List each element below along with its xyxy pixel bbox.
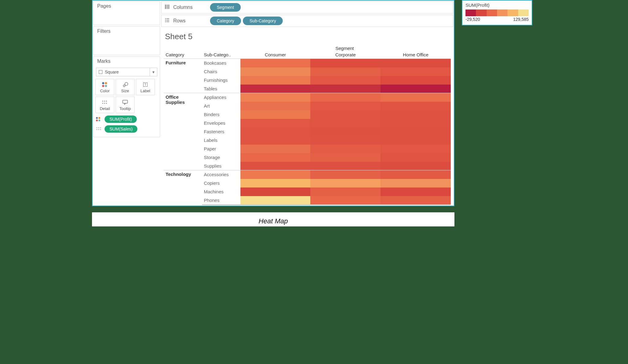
- heatmap-cell[interactable]: [381, 110, 451, 119]
- mark-type-dropdown[interactable]: Square ▾: [96, 68, 157, 76]
- heatmap-cell[interactable]: [381, 179, 451, 188]
- heatmap-cell[interactable]: [381, 93, 451, 102]
- rows-shelf[interactable]: Rows CategorySub-Category: [161, 15, 453, 27]
- heatmap-cell[interactable]: [310, 119, 381, 127]
- heatmap-cell[interactable]: [381, 67, 451, 76]
- columns-shelf[interactable]: Columns Segment: [161, 1, 453, 13]
- heatmap-cell[interactable]: [381, 196, 451, 205]
- heatmap-cell[interactable]: [310, 102, 381, 110]
- detail-button[interactable]: Detail: [95, 97, 114, 113]
- heatmap-cell[interactable]: [310, 59, 381, 67]
- color-button[interactable]: Color: [95, 79, 114, 95]
- heatmap-cell[interactable]: [381, 136, 451, 145]
- subcategory-cell: Tables: [202, 85, 240, 93]
- heatmap-cell[interactable]: [310, 145, 381, 153]
- heatmap-cell[interactable]: [240, 110, 311, 119]
- heatmap-cell[interactable]: [240, 162, 311, 170]
- mark-buttons: Color Size T Label: [94, 78, 160, 114]
- heatmap-cell[interactable]: [240, 76, 311, 85]
- subcategory-cell: Envelopes: [202, 119, 240, 127]
- mark-pill-0[interactable]: SUM(Profit): [105, 116, 137, 123]
- heatmap-cell[interactable]: [310, 110, 381, 119]
- filters-card[interactable]: Filters: [93, 26, 160, 55]
- heatmap-cell[interactable]: [240, 93, 311, 102]
- figure-caption: Heat Map: [92, 212, 454, 226]
- heatmap-cell[interactable]: [310, 76, 381, 85]
- heatmap-cell[interactable]: [240, 179, 311, 188]
- subcategory-cell: Phones: [202, 196, 240, 205]
- heatmap-cell[interactable]: [310, 196, 381, 205]
- svg-rect-8: [123, 100, 128, 103]
- legend-min: -29,520: [465, 17, 480, 22]
- worksheet-area: Columns Segment Rows CategorySub-Categor…: [161, 1, 454, 206]
- svg-rect-17: [168, 5, 169, 9]
- heatmap-cell[interactable]: [310, 67, 381, 76]
- square-icon: [99, 70, 102, 74]
- heatmap-cell[interactable]: [310, 85, 381, 93]
- pages-card[interactable]: Pages: [93, 1, 160, 25]
- heatmap-cell[interactable]: [381, 153, 451, 162]
- columns-label: Columns: [173, 5, 207, 10]
- heatmap-cell[interactable]: [240, 127, 311, 136]
- color-glyph-icon: [96, 117, 103, 121]
- detail-glyph-icon: [96, 127, 103, 131]
- heatmap-cell[interactable]: [310, 127, 381, 136]
- sheet-title: Sheet 5: [165, 32, 451, 41]
- heatmap-cell[interactable]: [310, 93, 381, 102]
- heatmap-cell[interactable]: [310, 136, 381, 145]
- heatmap-cell[interactable]: [381, 170, 451, 179]
- heatmap-cell[interactable]: [381, 119, 451, 127]
- subcategory-cell: Supplies: [202, 162, 240, 170]
- svg-point-7: [106, 103, 107, 104]
- svg-point-1: [125, 82, 128, 85]
- heatmap-cell[interactable]: [240, 102, 311, 110]
- mark-pill-row-1[interactable]: SUM(Sales): [94, 124, 160, 134]
- marks-card: Marks Square ▾ Color: [93, 56, 160, 137]
- heatmap-cell[interactable]: [381, 145, 451, 153]
- mark-pill-row-0[interactable]: SUM(Profit): [94, 114, 160, 124]
- subcategory-cell: Appliances: [202, 93, 240, 102]
- heatmap-cell[interactable]: [240, 119, 311, 127]
- tooltip-button[interactable]: Tooltip: [116, 97, 135, 113]
- heatmap-cell[interactable]: [381, 127, 451, 136]
- heatmap-cell[interactable]: [381, 76, 451, 85]
- mark-pill-1[interactable]: SUM(Sales): [105, 125, 137, 133]
- rows-pill-1[interactable]: Sub-Category: [243, 17, 283, 25]
- marks-label: Marks: [94, 57, 160, 66]
- subcategory-cell: Storage: [202, 153, 240, 162]
- columns-pill-0[interactable]: Segment: [210, 3, 241, 12]
- heatmap-cell[interactable]: [310, 179, 381, 188]
- subcategory-cell: Binders: [202, 110, 240, 119]
- heatmap-cell[interactable]: [310, 170, 381, 179]
- svg-point-5: [102, 103, 103, 104]
- heatmap-cell[interactable]: [240, 136, 311, 145]
- size-button[interactable]: Size: [116, 79, 135, 95]
- tooltip-icon: [122, 99, 128, 106]
- rows-pill-0[interactable]: Category: [210, 17, 241, 25]
- heatmap-cell[interactable]: [240, 67, 311, 76]
- heatmap-cell[interactable]: [240, 170, 311, 179]
- legend-max: 129,585: [513, 17, 529, 22]
- heatmap-cell[interactable]: [381, 59, 451, 67]
- heatmap-cell[interactable]: [240, 188, 311, 196]
- heatmap-cell[interactable]: [240, 196, 311, 205]
- heatmap-cell[interactable]: [240, 145, 311, 153]
- chevron-down-icon: ▾: [150, 68, 157, 76]
- heatmap-cell[interactable]: [381, 188, 451, 196]
- filters-label: Filters: [94, 27, 160, 36]
- columns-icon: [164, 4, 170, 11]
- heatmap-cell[interactable]: [310, 188, 381, 196]
- color-legend[interactable]: SUM(Profit) -29,520 129,585: [462, 0, 532, 25]
- label-button[interactable]: T Label: [136, 79, 155, 95]
- heatmap-cell[interactable]: [240, 85, 311, 93]
- heatmap-cell[interactable]: [240, 153, 311, 162]
- heatmap-cell[interactable]: [381, 162, 451, 170]
- heatmap-cell[interactable]: [381, 102, 451, 110]
- category-cell: OfficeSupplies: [164, 93, 202, 170]
- heatmap-cell[interactable]: [240, 59, 311, 67]
- heatmap-cell[interactable]: [310, 153, 381, 162]
- heatmap-cell[interactable]: [310, 162, 381, 170]
- viz-canvas[interactable]: Sheet 5 Segment CategorySub-Catego..Cons…: [161, 29, 453, 205]
- subcategory-cell: Fasteners: [202, 127, 240, 136]
- heatmap-cell[interactable]: [381, 85, 451, 93]
